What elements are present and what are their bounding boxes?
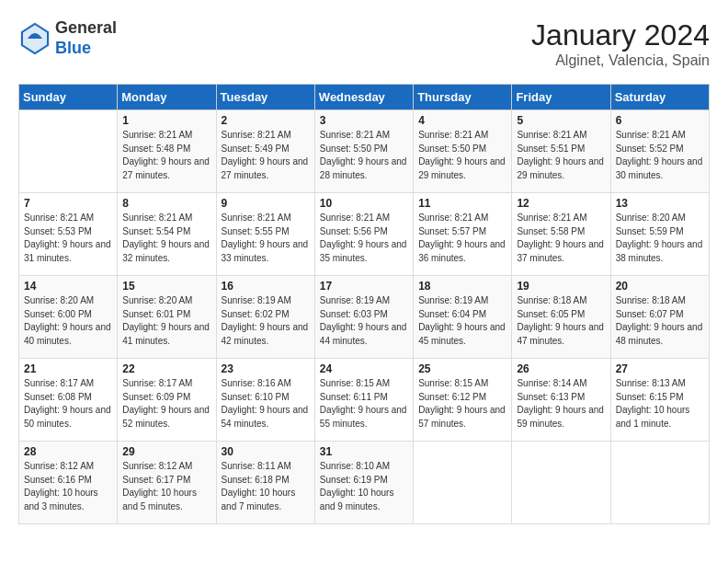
day-number: 24: [320, 362, 408, 375]
day-number: 15: [122, 280, 210, 293]
day-header-saturday: Saturday: [610, 85, 709, 110]
calendar-cell: 6Sunrise: 8:21 AM Sunset: 5:52 PM Daylig…: [610, 110, 709, 193]
day-detail: Sunrise: 8:12 AM Sunset: 6:16 PM Dayligh…: [24, 460, 112, 513]
day-header-friday: Friday: [512, 85, 610, 110]
day-number: 29: [122, 445, 210, 458]
title-block: January 2024 Alginet, Valencia, Spain: [531, 18, 710, 69]
week-row-2: 7Sunrise: 8:21 AM Sunset: 5:53 PM Daylig…: [19, 193, 710, 276]
day-detail: Sunrise: 8:17 AM Sunset: 6:08 PM Dayligh…: [24, 377, 112, 431]
day-number: 23: [222, 362, 310, 375]
calendar-cell: 11Sunrise: 8:21 AM Sunset: 5:57 PM Dayli…: [414, 193, 512, 276]
day-detail: Sunrise: 8:21 AM Sunset: 5:52 PM Dayligh…: [616, 129, 704, 182]
day-detail: Sunrise: 8:19 AM Sunset: 6:02 PM Dayligh…: [222, 294, 310, 348]
calendar-cell: 25Sunrise: 8:15 AM Sunset: 6:12 PM Dayli…: [414, 359, 512, 442]
logo-general-text: General: [55, 18, 117, 37]
calendar-cell: 4Sunrise: 8:21 AM Sunset: 5:50 PM Daylig…: [414, 110, 512, 193]
calendar-cell: 8Sunrise: 8:21 AM Sunset: 5:54 PM Daylig…: [118, 193, 216, 276]
day-number: 12: [517, 197, 605, 210]
calendar-cell: 21Sunrise: 8:17 AM Sunset: 6:08 PM Dayli…: [19, 359, 118, 442]
calendar-cell: 17Sunrise: 8:19 AM Sunset: 6:03 PM Dayli…: [314, 276, 413, 359]
week-row-3: 14Sunrise: 8:20 AM Sunset: 6:00 PM Dayli…: [19, 276, 710, 359]
day-detail: Sunrise: 8:21 AM Sunset: 5:56 PM Dayligh…: [320, 212, 408, 265]
day-detail: Sunrise: 8:20 AM Sunset: 5:59 PM Dayligh…: [616, 212, 704, 265]
calendar-cell: 26Sunrise: 8:14 AM Sunset: 6:13 PM Dayli…: [512, 359, 610, 442]
calendar-cell: 20Sunrise: 8:18 AM Sunset: 6:07 PM Dayli…: [610, 276, 709, 359]
page-header: General Blue January 2024 Alginet, Valen…: [18, 18, 710, 69]
calendar-cell: 22Sunrise: 8:17 AM Sunset: 6:09 PM Dayli…: [118, 359, 216, 442]
day-number: 21: [24, 362, 112, 375]
calendar-cell: 1Sunrise: 8:21 AM Sunset: 5:48 PM Daylig…: [118, 110, 216, 193]
day-detail: Sunrise: 8:14 AM Sunset: 6:13 PM Dayligh…: [517, 377, 605, 431]
day-detail: Sunrise: 8:15 AM Sunset: 6:11 PM Dayligh…: [320, 377, 408, 431]
week-row-1: 1Sunrise: 8:21 AM Sunset: 5:48 PM Daylig…: [19, 110, 710, 193]
day-header-tuesday: Tuesday: [216, 85, 314, 110]
day-number: 1: [122, 114, 210, 127]
calendar-cell: 14Sunrise: 8:20 AM Sunset: 6:00 PM Dayli…: [19, 276, 118, 359]
day-detail: Sunrise: 8:13 AM Sunset: 6:15 PM Dayligh…: [616, 377, 704, 431]
calendar-cell: 16Sunrise: 8:19 AM Sunset: 6:02 PM Dayli…: [216, 276, 314, 359]
day-detail: Sunrise: 8:21 AM Sunset: 5:58 PM Dayligh…: [517, 212, 605, 265]
calendar-cell: 5Sunrise: 8:21 AM Sunset: 5:51 PM Daylig…: [512, 110, 610, 193]
day-header-thursday: Thursday: [414, 85, 512, 110]
day-number: 18: [418, 280, 506, 293]
day-detail: Sunrise: 8:21 AM Sunset: 5:50 PM Dayligh…: [418, 129, 506, 182]
calendar-cell: 10Sunrise: 8:21 AM Sunset: 5:56 PM Dayli…: [314, 193, 413, 276]
calendar-cell: 3Sunrise: 8:21 AM Sunset: 5:50 PM Daylig…: [314, 110, 413, 193]
day-detail: Sunrise: 8:16 AM Sunset: 6:10 PM Dayligh…: [222, 377, 310, 431]
day-detail: Sunrise: 8:19 AM Sunset: 6:04 PM Dayligh…: [418, 294, 506, 348]
day-detail: Sunrise: 8:15 AM Sunset: 6:12 PM Dayligh…: [418, 377, 506, 431]
logo: General Blue: [18, 18, 117, 58]
day-number: 9: [222, 197, 310, 210]
calendar-body: 1Sunrise: 8:21 AM Sunset: 5:48 PM Daylig…: [19, 110, 710, 524]
logo-blue-text: Blue: [55, 39, 91, 57]
calendar-cell: 15Sunrise: 8:20 AM Sunset: 6:01 PM Dayli…: [118, 276, 216, 359]
day-detail: Sunrise: 8:21 AM Sunset: 5:48 PM Dayligh…: [122, 129, 210, 182]
day-header-sunday: Sunday: [19, 85, 118, 110]
calendar-cell: 12Sunrise: 8:21 AM Sunset: 5:58 PM Dayli…: [512, 193, 610, 276]
day-number: 22: [122, 362, 210, 375]
day-number: 20: [616, 280, 704, 293]
month-title: January 2024: [531, 18, 710, 52]
day-detail: Sunrise: 8:21 AM Sunset: 5:54 PM Dayligh…: [122, 212, 210, 265]
day-detail: Sunrise: 8:21 AM Sunset: 5:57 PM Dayligh…: [418, 212, 506, 265]
calendar-cell: 31Sunrise: 8:10 AM Sunset: 6:19 PM Dayli…: [314, 442, 413, 524]
day-number: 13: [616, 197, 704, 210]
day-header-wednesday: Wednesday: [314, 85, 413, 110]
day-detail: Sunrise: 8:21 AM Sunset: 5:49 PM Dayligh…: [222, 129, 310, 182]
calendar-cell: 23Sunrise: 8:16 AM Sunset: 6:10 PM Dayli…: [216, 359, 314, 442]
location-title: Alginet, Valencia, Spain: [531, 52, 710, 69]
calendar-cell: 9Sunrise: 8:21 AM Sunset: 5:55 PM Daylig…: [216, 193, 314, 276]
day-detail: Sunrise: 8:12 AM Sunset: 6:17 PM Dayligh…: [122, 460, 210, 513]
week-row-4: 21Sunrise: 8:17 AM Sunset: 6:08 PM Dayli…: [19, 359, 710, 442]
calendar-header-row: SundayMondayTuesdayWednesdayThursdayFrid…: [19, 85, 710, 110]
calendar-cell: 19Sunrise: 8:18 AM Sunset: 6:05 PM Dayli…: [512, 276, 610, 359]
day-detail: Sunrise: 8:19 AM Sunset: 6:03 PM Dayligh…: [320, 294, 408, 348]
day-detail: Sunrise: 8:21 AM Sunset: 5:50 PM Dayligh…: [320, 129, 408, 182]
calendar-cell: [512, 442, 610, 524]
calendar-cell: [19, 110, 118, 193]
day-number: 8: [122, 197, 210, 210]
calendar-cell: 2Sunrise: 8:21 AM Sunset: 5:49 PM Daylig…: [216, 110, 314, 193]
day-detail: Sunrise: 8:21 AM Sunset: 5:51 PM Dayligh…: [517, 129, 605, 182]
day-detail: Sunrise: 8:11 AM Sunset: 6:18 PM Dayligh…: [222, 460, 310, 513]
day-number: 27: [616, 362, 704, 375]
calendar-cell: 29Sunrise: 8:12 AM Sunset: 6:17 PM Dayli…: [118, 442, 216, 524]
day-number: 4: [418, 114, 506, 127]
day-detail: Sunrise: 8:17 AM Sunset: 6:09 PM Dayligh…: [122, 377, 210, 431]
day-detail: Sunrise: 8:21 AM Sunset: 5:53 PM Dayligh…: [24, 212, 112, 265]
calendar-cell: 24Sunrise: 8:15 AM Sunset: 6:11 PM Dayli…: [314, 359, 413, 442]
day-number: 30: [222, 445, 310, 458]
day-detail: Sunrise: 8:20 AM Sunset: 6:00 PM Dayligh…: [24, 294, 112, 348]
day-detail: Sunrise: 8:21 AM Sunset: 5:55 PM Dayligh…: [222, 212, 310, 265]
calendar-cell: 30Sunrise: 8:11 AM Sunset: 6:18 PM Dayli…: [216, 442, 314, 524]
day-number: 25: [418, 362, 506, 375]
calendar-cell: 27Sunrise: 8:13 AM Sunset: 6:15 PM Dayli…: [610, 359, 709, 442]
day-number: 26: [517, 362, 605, 375]
day-detail: Sunrise: 8:20 AM Sunset: 6:01 PM Dayligh…: [122, 294, 210, 348]
calendar-cell: 28Sunrise: 8:12 AM Sunset: 6:16 PM Dayli…: [19, 442, 118, 524]
calendar-cell: 18Sunrise: 8:19 AM Sunset: 6:04 PM Dayli…: [414, 276, 512, 359]
day-number: 10: [320, 197, 408, 210]
day-number: 16: [222, 280, 310, 293]
day-number: 31: [320, 445, 408, 458]
day-number: 14: [24, 280, 112, 293]
